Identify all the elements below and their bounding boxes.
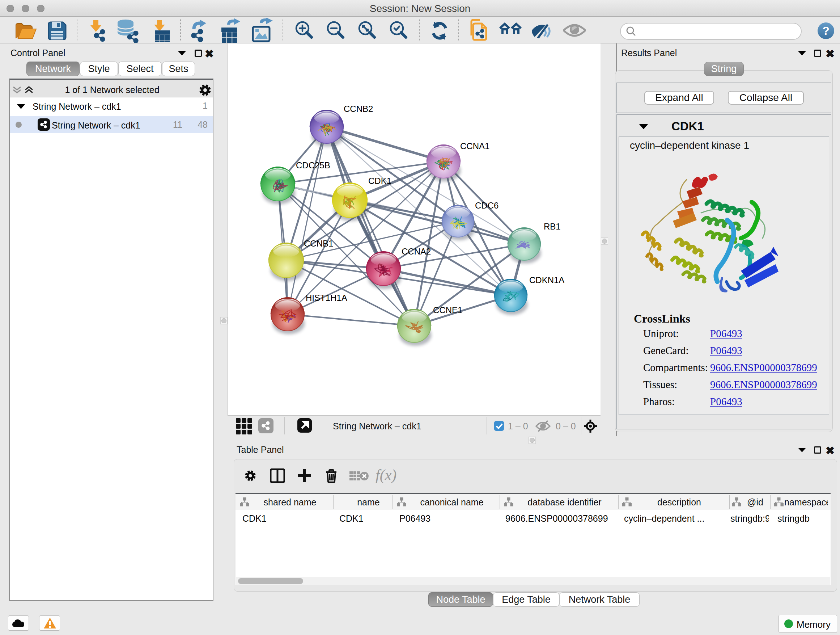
svg-text:CDC25B: CDC25B bbox=[296, 160, 330, 170]
svg-text:CCNA1: CCNA1 bbox=[460, 141, 489, 151]
svg-text:CCNB1: CCNB1 bbox=[304, 239, 333, 249]
svg-text:HIST1H1A: HIST1H1A bbox=[306, 293, 347, 302]
svg-text:CCNA2: CCNA2 bbox=[401, 247, 431, 256]
svg-text:CCNB2: CCNB2 bbox=[344, 104, 373, 114]
svg-text:CCNE1: CCNE1 bbox=[433, 305, 462, 315]
svg-text:CDC6: CDC6 bbox=[475, 201, 499, 211]
svg-text:CDKN1A: CDKN1A bbox=[529, 275, 564, 285]
svg-text:CDK1: CDK1 bbox=[368, 176, 392, 186]
svg-text:RB1: RB1 bbox=[544, 222, 561, 231]
